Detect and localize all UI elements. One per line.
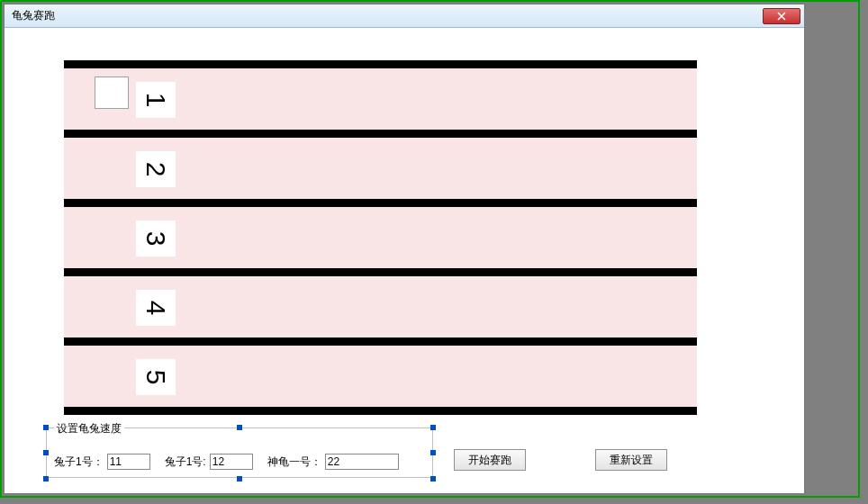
lane-number-4: 4 [136,290,176,326]
settings-legend: 设置龟兔速度 [54,421,124,436]
track-divider [64,130,697,138]
rabbit2-label: 兔子1号: [165,454,206,470]
speed-settings-group: 设置龟兔速度 兔子1号： 兔子1号: 神龟一号： [46,428,433,478]
selection-handle[interactable] [430,425,436,430]
close-icon [776,12,787,21]
window-title: 龟兔赛跑 [12,8,55,23]
designer-outer-selection: 龟兔赛跑 1 [0,0,860,498]
track-divider [64,268,697,276]
client-area: 1 2 3 4 5 设置龟兔速度 兔子1号： 兔子1号: [5,28,804,493]
lane-number-1: 1 [136,82,176,118]
rabbit1-input[interactable] [107,454,150,470]
form-designer-surface[interactable]: 1 2 3 4 5 设置龟兔速度 兔子1号： 兔子1号: [8,32,800,490]
track-divider [64,338,697,346]
lane-number-3: 3 [136,220,176,256]
lane-number-2: 2 [136,151,176,187]
app-window: 龟兔赛跑 1 [4,4,805,494]
track-divider [64,60,697,68]
lane-number-5: 5 [136,359,176,395]
track-divider [64,199,697,207]
reset-button[interactable]: 重新设置 [595,449,667,471]
selection-handle[interactable] [43,425,49,430]
selection-handle[interactable] [430,450,436,455]
race-track-panel: 1 2 3 4 5 [64,60,697,415]
selection-handle[interactable] [430,476,436,482]
start-race-button[interactable]: 开始赛跑 [454,449,526,471]
selection-handle[interactable] [237,425,242,430]
settings-row: 兔子1号： 兔子1号: 神龟一号： [54,454,425,470]
titlebar: 龟兔赛跑 [5,4,804,28]
selection-handle[interactable] [43,450,49,455]
selection-handle[interactable] [237,476,242,482]
runner-marker-lane-1[interactable] [95,76,129,109]
rabbit2-input[interactable] [210,454,253,470]
turtle1-input[interactable] [325,454,399,470]
rabbit1-label: 兔子1号： [54,454,104,470]
close-button[interactable] [763,8,800,24]
selection-handle[interactable] [43,476,49,482]
track-divider [64,407,697,415]
turtle1-label: 神龟一号： [267,454,321,470]
